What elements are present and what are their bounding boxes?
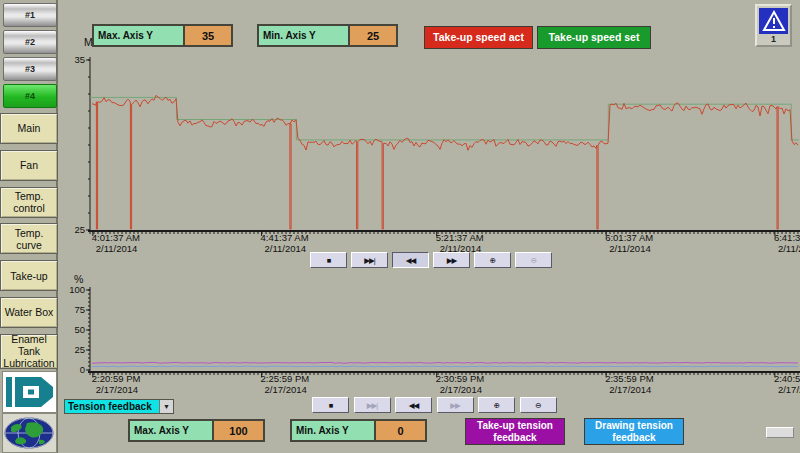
tension-max-axis-group: Max. Axis Y 100 — [128, 419, 265, 442]
alarm-count-badge: 1 — [757, 34, 790, 44]
svg-text:35: 35 — [74, 54, 85, 65]
speed-trend-zoom-in-button[interactable]: ⊕ — [474, 252, 511, 268]
svg-text:2:20:59 PM: 2:20:59 PM — [92, 373, 141, 384]
trend-charts-layer: 25354:01:37 AM2/11/20144:41:37 AM2/11/20… — [0, 0, 800, 453]
warning-triangle-icon — [762, 10, 786, 32]
alarm-icon-area — [759, 8, 788, 34]
speed-trend-skip-to-end-button[interactable]: ▶▶| — [351, 252, 388, 268]
sidebar-item-take-up[interactable]: Take-up — [0, 260, 58, 291]
svg-text:0: 0 — [80, 364, 85, 375]
svg-text:2:35:59 PM: 2:35:59 PM — [605, 373, 654, 384]
svg-text:2/17/2014: 2/17/2014 — [609, 384, 651, 395]
company-d-logo-icon — [3, 372, 56, 412]
svg-text:50: 50 — [74, 324, 85, 335]
sidebar-item-main[interactable]: Main — [0, 113, 58, 144]
svg-text:2/11/2014: 2/11/2014 — [96, 243, 138, 254]
svg-text:2/17/2014: 2/17/2014 — [778, 384, 800, 395]
svg-text:2:40:59 PM: 2:40:59 PM — [774, 373, 800, 384]
company-logo — [2, 371, 57, 413]
speed-max-axis-value[interactable]: 35 — [183, 26, 231, 45]
svg-text:2:30:59 PM: 2:30:59 PM — [436, 373, 485, 384]
sidebar-item-fan[interactable]: Fan — [0, 150, 58, 181]
svg-text:4:41:37 AM: 4:41:37 AM — [261, 232, 309, 243]
globe-icon — [3, 414, 56, 452]
sidebar-pager-1-button[interactable]: #1 — [3, 3, 57, 27]
feedback-selector[interactable]: Tension feedback ▼ — [64, 399, 174, 414]
svg-text:25: 25 — [74, 224, 85, 235]
takeup-speed-set-button[interactable]: Take-up speed set — [537, 26, 651, 49]
tension-trend-scroll-forward-button: ▶▶ — [437, 397, 474, 413]
sidebar-pager-3-button[interactable]: #3 — [3, 57, 57, 81]
svg-text:2/17/2014: 2/17/2014 — [96, 384, 138, 395]
sidebar-item-temp-control[interactable]: Temp. control — [0, 187, 58, 218]
speed-trend-stop-button[interactable]: ■ — [310, 252, 347, 268]
tension-min-axis-label: Min. Axis Y — [292, 421, 374, 440]
drawing-tension-feedback-button[interactable]: Drawing tension feedback — [584, 418, 684, 445]
tension-max-axis-label: Max. Axis Y — [130, 421, 212, 440]
speed-min-axis-group: Min. Axis Y 25 — [257, 24, 398, 47]
speed-min-axis-label: Min. Axis Y — [259, 26, 348, 45]
tension-max-axis-value[interactable]: 100 — [212, 421, 263, 440]
svg-text:100: 100 — [69, 284, 85, 295]
speed-trend-scroll-forward-button[interactable]: ▶▶ — [433, 252, 470, 268]
speed-trend-scroll-back-button[interactable]: ◀◀ — [392, 252, 429, 268]
speed-min-axis-value[interactable]: 25 — [348, 26, 396, 45]
svg-text:2/17/2014: 2/17/2014 — [440, 384, 482, 395]
svg-text:4:01:37 AM: 4:01:37 AM — [92, 232, 140, 243]
sidebar-item-water-box[interactable]: Water Box — [0, 297, 58, 328]
tension-trend-stop-button[interactable]: ■ — [312, 397, 349, 413]
tension-trend-scroll-back-button[interactable]: ◀◀ — [395, 397, 432, 413]
svg-text:2:25:59 PM: 2:25:59 PM — [261, 373, 310, 384]
small-utility-button[interactable] — [766, 427, 794, 438]
alarm-indicator-button[interactable]: 1 — [755, 4, 792, 47]
svg-text:5:21:37 AM: 5:21:37 AM — [436, 232, 484, 243]
speed-trend-zoom-out-button: ⊖ — [515, 252, 552, 268]
speed-max-axis-label: Max. Axis Y — [94, 26, 183, 45]
svg-text:6:01:37 AM: 6:01:37 AM — [605, 232, 653, 243]
tension-min-axis-group: Min. Axis Y 0 — [290, 419, 427, 442]
tension-trend-skip-to-end-button: ▶▶| — [354, 397, 391, 413]
tension-trend-zoom-out-button[interactable]: ⊖ — [520, 397, 557, 413]
feedback-selector-value: Tension feedback — [65, 400, 159, 413]
svg-text:2/11/2014: 2/11/2014 — [265, 243, 307, 254]
tension-unit-label: % — [74, 273, 83, 285]
svg-text:25: 25 — [74, 344, 85, 355]
sidebar-pager-2-button[interactable]: #2 — [3, 30, 57, 54]
globe-logo — [2, 413, 57, 453]
takeup-speed-act-button[interactable]: Take-up speed act — [424, 26, 533, 49]
svg-text:2/11/2014: 2/11/2014 — [778, 243, 800, 254]
svg-text:75: 75 — [74, 304, 85, 315]
takeup-tension-feedback-button[interactable]: Take-up tension feedback — [465, 418, 565, 445]
svg-text:2/17/2014: 2/17/2014 — [265, 384, 307, 395]
tension-min-axis-value[interactable]: 0 — [374, 421, 425, 440]
tension-trend-zoom-in-button[interactable]: ⊕ — [478, 397, 515, 413]
sidebar-pager-4-button[interactable]: #4 — [3, 84, 57, 108]
svg-text:6:41:37 AM: 6:41:37 AM — [774, 232, 800, 243]
speed-max-axis-group: Max. Axis Y 35 — [92, 24, 233, 47]
sidebar-item-temp-curve[interactable]: Temp. curve — [0, 223, 58, 254]
svg-text:2/11/2014: 2/11/2014 — [609, 243, 651, 254]
sidebar: #1#2#3#4 MainFanTemp. controlTemp. curve… — [0, 0, 58, 453]
sidebar-item-enamel-tank-lubrication[interactable]: Enamel Tank Lubrication — [0, 334, 58, 369]
chevron-down-icon[interactable]: ▼ — [159, 400, 173, 413]
